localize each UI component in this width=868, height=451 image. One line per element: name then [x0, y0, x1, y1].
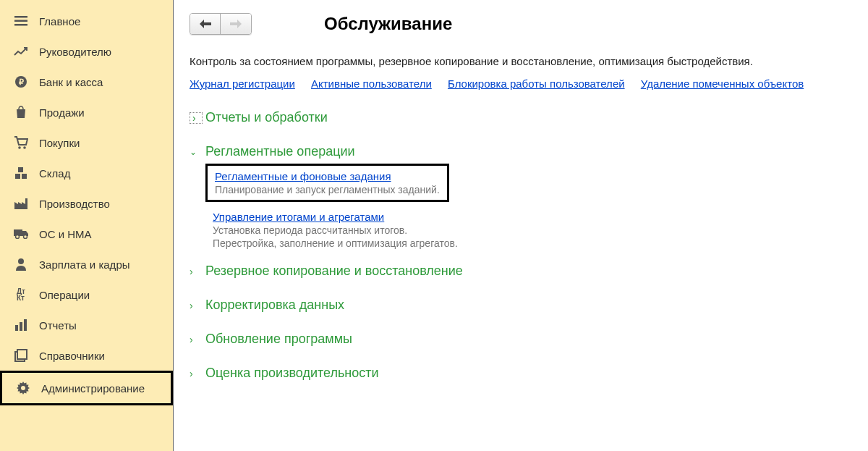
sidebar-item-sales[interactable]: Продажи: [0, 97, 173, 127]
link-block-users[interactable]: Блокировка работы пользователей: [448, 77, 625, 90]
svg-rect-16: [24, 319, 27, 331]
section-reports: › Отчеты и обработки: [190, 106, 852, 130]
factory-icon: [13, 195, 29, 211]
section-title: Резервное копирование и восстановление: [205, 264, 463, 279]
section-backup: › Резервное копирование и восстановление: [190, 259, 852, 283]
section-header-update[interactable]: › Обновление программы: [190, 327, 852, 351]
section-header-scheduled[interactable]: ⌄ Регламентные операции: [190, 140, 852, 164]
svg-point-5: [18, 146, 21, 149]
sidebar-item-production[interactable]: Производство: [0, 188, 173, 219]
svg-rect-9: [22, 174, 27, 179]
svg-rect-18: [17, 350, 27, 359]
sidebar-item-label: Склад: [39, 167, 70, 180]
menu-icon: [13, 13, 29, 29]
chevron-right-icon: ›: [190, 300, 203, 311]
sidebar-item-operations[interactable]: ДтКт Операции: [0, 279, 173, 310]
section-update: › Обновление программы: [190, 327, 852, 351]
sidebar-item-manager[interactable]: Руководителю: [0, 36, 173, 67]
forward-button[interactable]: [221, 14, 251, 34]
sidebar-item-label: Банк и касса: [39, 76, 103, 88]
sidebar-item-admin[interactable]: Администрирование: [0, 371, 173, 405]
sidebar-item-label: Руководителю: [39, 46, 111, 58]
sidebar-item-label: Операции: [39, 289, 90, 301]
main-content: Обслуживание Контроль за состоянием прог…: [174, 0, 868, 451]
svg-text:₽: ₽: [19, 77, 24, 86]
sidebar: Главное Руководителю ₽ Банк и касса Прод…: [0, 0, 174, 451]
svg-rect-8: [15, 174, 20, 179]
sidebar-item-warehouse[interactable]: Склад: [0, 158, 173, 188]
section-title: Отчеты и обработки: [205, 110, 328, 125]
bar-chart-icon: [13, 317, 29, 333]
sidebar-item-reports[interactable]: Отчеты: [0, 310, 173, 340]
sidebar-item-purchases[interactable]: Покупки: [0, 127, 173, 158]
sidebar-item-label: Покупки: [39, 137, 80, 149]
link-active-users[interactable]: Активные пользователи: [311, 77, 432, 90]
chevron-right-icon: ›: [190, 266, 203, 277]
back-button[interactable]: [190, 14, 221, 34]
cart-icon: [13, 135, 29, 151]
desc-totals-1: Установка периода рассчитанных итогов.: [213, 224, 852, 236]
bag-icon: [13, 104, 29, 120]
svg-point-11: [16, 235, 20, 239]
chevron-right-icon: ›: [190, 334, 203, 345]
topbar: Обслуживание: [190, 13, 852, 35]
sidebar-item-catalogs[interactable]: Справочники: [0, 340, 173, 371]
section-scheduled: ⌄ Регламентные операции Регламентные и ф…: [190, 140, 852, 249]
ruble-icon: ₽: [13, 74, 29, 90]
nav-buttons: [190, 13, 252, 35]
svg-rect-7: [18, 167, 23, 172]
highlighted-item: Регламентные и фоновые задания Планирова…: [205, 164, 449, 202]
svg-rect-2: [14, 24, 27, 26]
sidebar-item-label: Производство: [39, 198, 110, 210]
sidebar-item-label: Администрирование: [41, 382, 145, 395]
sidebar-item-main[interactable]: Главное: [0, 6, 173, 36]
page-description: Контроль за состоянием программы, резерв…: [190, 55, 852, 67]
books-icon: [13, 347, 29, 363]
svg-point-6: [23, 146, 26, 149]
link-event-log[interactable]: Журнал регистрации: [190, 77, 295, 90]
sidebar-item-label: Отчеты: [39, 319, 77, 332]
chevron-right-icon: ›: [190, 368, 203, 379]
section-correction: › Корректировка данных: [190, 293, 852, 317]
quick-links: Журнал регистрации Активные пользователи…: [190, 77, 852, 90]
svg-point-13: [18, 258, 24, 264]
sidebar-item-assets[interactable]: ОС и НМА: [0, 219, 173, 249]
svg-point-19: [21, 386, 25, 390]
sidebar-item-hr[interactable]: Зарплата и кадры: [0, 249, 173, 279]
sub-block-totals: Управление итогами и агрегатами Установк…: [213, 211, 852, 249]
section-perf: › Оценка производительности: [190, 361, 852, 385]
desc-scheduled-jobs: Планирование и запуск регламентных задан…: [215, 184, 440, 195]
section-title: Обновление программы: [205, 332, 352, 347]
page-title: Обслуживание: [324, 14, 452, 34]
chevron-right-icon: ›: [190, 112, 203, 124]
sidebar-item-label: Продажи: [39, 106, 85, 119]
truck-icon: [13, 226, 29, 242]
section-header-perf[interactable]: › Оценка производительности: [190, 361, 852, 385]
boxes-icon: [13, 165, 29, 181]
section-header-backup[interactable]: › Резервное копирование и восстановление: [190, 259, 852, 283]
dtkt-icon: ДтКт: [13, 287, 29, 303]
desc-totals-2: Перестройка, заполнение и оптимизация аг…: [213, 237, 852, 249]
sidebar-item-label: ОС и НМА: [39, 228, 92, 240]
sidebar-item-label: Справочники: [39, 350, 105, 362]
sidebar-item-bank[interactable]: ₽ Банк и касса: [0, 67, 173, 97]
svg-rect-14: [15, 325, 18, 331]
section-header-reports[interactable]: › Отчеты и обработки: [190, 106, 852, 130]
svg-rect-0: [14, 16, 27, 18]
section-title: Регламентные операции: [205, 144, 355, 159]
section-title: Корректировка данных: [205, 298, 344, 313]
svg-rect-1: [14, 20, 27, 22]
svg-rect-15: [20, 322, 22, 331]
section-header-correction[interactable]: › Корректировка данных: [190, 293, 852, 317]
chevron-down-icon: ⌄: [190, 147, 203, 157]
link-delete-marked[interactable]: Удаление помеченных объектов: [641, 77, 804, 90]
sidebar-item-label: Главное: [39, 15, 80, 28]
link-totals-aggregates[interactable]: Управление итогами и агрегатами: [213, 211, 384, 223]
section-body-scheduled: Регламентные и фоновые задания Планирова…: [190, 164, 852, 249]
section-title: Оценка производительности: [205, 366, 379, 381]
link-scheduled-jobs[interactable]: Регламентные и фоновые задания: [215, 170, 391, 182]
chart-up-icon: [13, 43, 29, 59]
sidebar-item-label: Зарплата и кадры: [39, 258, 130, 271]
svg-point-12: [24, 235, 27, 239]
gear-icon: [15, 380, 31, 396]
